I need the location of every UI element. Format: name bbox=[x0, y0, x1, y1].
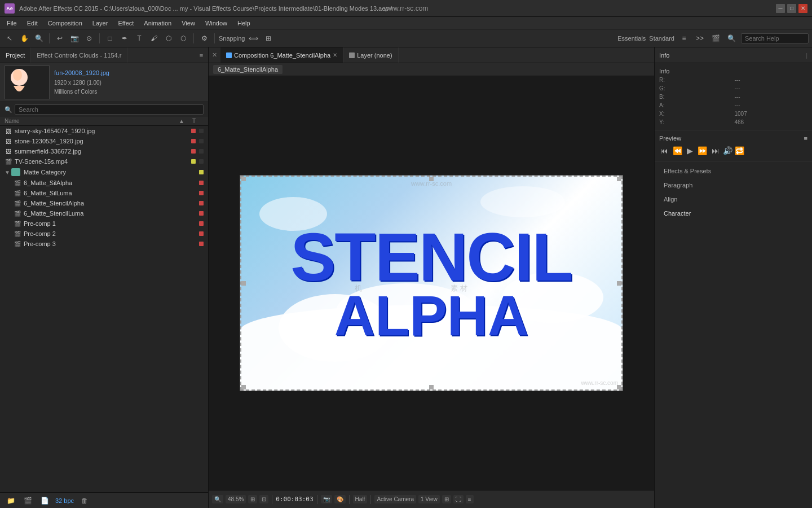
prev-audio-btn[interactable]: 🔊 bbox=[723, 146, 732, 155]
comp-tab-active[interactable]: Composition 6_Matte_StencilAlpha ✕ bbox=[220, 47, 343, 63]
select-tool[interactable]: ↖ bbox=[3, 32, 16, 45]
menu-item-layer[interactable]: Layer bbox=[88, 19, 113, 28]
search-toggle[interactable]: 🔍 bbox=[725, 32, 738, 45]
new-folder-btn[interactable]: 📁 bbox=[5, 494, 17, 507]
folder-row-matte[interactable]: ▼ Matte Category bbox=[0, 167, 208, 178]
folder-item-color-5 bbox=[199, 221, 204, 226]
menu-item-composition[interactable]: Composition bbox=[43, 19, 87, 28]
viewer-snapshot[interactable]: 📷 bbox=[321, 495, 332, 503]
list-item[interactable]: 🎬 6_Matte_SilLuma bbox=[0, 188, 208, 198]
new-comp-btn[interactable]: 🎬 bbox=[21, 494, 34, 507]
vb-sep-1 bbox=[272, 495, 272, 504]
comp-tab-close-all[interactable]: ✕ bbox=[209, 51, 220, 59]
viewer-view[interactable]: 1 View bbox=[418, 495, 440, 503]
standard-label[interactable]: Standard bbox=[649, 35, 674, 42]
menu-item-file[interactable]: File bbox=[2, 19, 21, 28]
panel-row-paragraph[interactable]: Paragraph bbox=[657, 178, 810, 192]
menu-item-help[interactable]: Help bbox=[233, 19, 255, 28]
workspace-menu[interactable]: ≡ bbox=[678, 32, 690, 45]
viewer-expand[interactable]: ⊞ bbox=[442, 495, 451, 503]
preview-menu-icon[interactable]: ≡ bbox=[804, 135, 807, 142]
prev-play-btn[interactable]: ▶ bbox=[686, 145, 694, 156]
app-title: Adobe After Effects CC 2015 - C:\Users\z… bbox=[19, 5, 393, 12]
list-item[interactable]: 🎬 Pre-comp 3 bbox=[0, 239, 208, 249]
viewer-fit[interactable]: ⊞ bbox=[248, 495, 257, 503]
menu-item-effect[interactable]: Effect bbox=[113, 19, 138, 28]
list-item[interactable]: 🖼 starry-sky-1654074_1920.jpg bbox=[0, 126, 208, 136]
list-item[interactable]: 🎬 Pre-comp 2 bbox=[0, 229, 208, 239]
tab-project[interactable]: Project bbox=[0, 47, 31, 63]
comp-tab-layer[interactable]: Layer (none) bbox=[343, 47, 398, 63]
handle-tm[interactable] bbox=[429, 177, 434, 181]
col-name-label: Name bbox=[5, 118, 176, 124]
folder-item-2: 6_Matte_SilLuma bbox=[24, 190, 197, 196]
snapping-toggle[interactable]: ⟺ bbox=[248, 32, 260, 45]
project-search-input[interactable] bbox=[15, 104, 204, 115]
info-y-val: 466 bbox=[735, 119, 808, 125]
viewer-safe[interactable]: ⊡ bbox=[259, 495, 268, 503]
delete-btn[interactable]: 🗑 bbox=[78, 494, 91, 507]
eraser-tool[interactable]: ⬡ bbox=[177, 32, 189, 45]
viewer-color[interactable]: 🎨 bbox=[334, 495, 346, 503]
pen-tool[interactable]: ✒ bbox=[118, 32, 131, 45]
comp-name-button[interactable]: 6_Matte_StencilAlpha bbox=[213, 65, 283, 74]
text-tool[interactable]: T bbox=[133, 32, 145, 45]
panel-row-character[interactable]: Character bbox=[657, 207, 810, 220]
folder-item-color-2 bbox=[199, 191, 204, 195]
prev-back-btn[interactable]: ⏪ bbox=[672, 145, 683, 156]
stamp-tool[interactable]: ⬡ bbox=[162, 32, 175, 45]
list-item[interactable]: 🎬 Pre-comp 1 bbox=[0, 218, 208, 229]
panel-tab-menu[interactable]: ≡ bbox=[197, 51, 206, 60]
handle-ml[interactable] bbox=[241, 281, 246, 286]
rotate-tool[interactable]: ↩ bbox=[54, 32, 66, 45]
close-button[interactable]: ✕ bbox=[798, 4, 807, 13]
cloud-5 bbox=[480, 186, 565, 217]
panel-row-align[interactable]: Align bbox=[657, 192, 810, 206]
expand-workspaces[interactable]: >> bbox=[694, 32, 706, 45]
menu-item-window[interactable]: Window bbox=[201, 19, 232, 28]
zoom-tool[interactable]: 🔍 bbox=[33, 32, 45, 45]
prev-last-btn[interactable]: ⏭ bbox=[710, 145, 721, 156]
prev-loop-btn[interactable]: 🔁 bbox=[735, 146, 744, 155]
right-tab-info[interactable]: Info bbox=[659, 52, 669, 59]
prev-first-btn[interactable]: ⏮ bbox=[659, 145, 669, 156]
viewer-toggle[interactable]: 🎬 bbox=[709, 32, 722, 45]
menu-item-edit[interactable]: Edit bbox=[23, 19, 42, 28]
file-icon-3: 🖼 bbox=[5, 147, 12, 155]
minimize-button[interactable]: ─ bbox=[776, 4, 785, 13]
menu-item-animation[interactable]: Animation bbox=[139, 19, 176, 28]
list-item[interactable]: 🎬 6_Matte_SilAlpha bbox=[0, 178, 208, 188]
maximize-button[interactable]: □ bbox=[787, 4, 796, 13]
panel-row-effects[interactable]: Effects & Presets bbox=[657, 164, 810, 178]
viewer-quality[interactable]: Half bbox=[353, 495, 368, 503]
orbit-tool[interactable]: ⊙ bbox=[83, 32, 95, 45]
menu-item-view[interactable]: View bbox=[177, 19, 200, 28]
handle-mr[interactable] bbox=[617, 281, 621, 286]
snapping-options[interactable]: ⊞ bbox=[262, 32, 275, 45]
file-icon-1: 🖼 bbox=[5, 127, 12, 135]
brush-tool[interactable]: 🖌 bbox=[148, 32, 160, 45]
file-color-4 bbox=[191, 159, 196, 164]
puppet-tool[interactable]: ⚙ bbox=[198, 32, 210, 45]
viewer-camera[interactable]: Active Camera bbox=[374, 495, 416, 503]
search-input[interactable] bbox=[741, 33, 809, 43]
hand-tool[interactable]: ✋ bbox=[18, 32, 30, 45]
new-item-btn[interactable]: 📄 bbox=[38, 494, 51, 507]
handle-tl[interactable] bbox=[241, 177, 246, 181]
search-bar: 🔍 bbox=[0, 102, 208, 117]
list-item[interactable]: 🎬 6_Matte_StencilAlpha bbox=[0, 198, 208, 208]
list-item[interactable]: 🎬 TV-Scene-15s.mp4 bbox=[0, 156, 208, 167]
comp-tab-close-1[interactable]: ✕ bbox=[333, 52, 337, 58]
prev-fwd-btn[interactable]: ⏩ bbox=[696, 145, 708, 156]
viewer-zoom-value[interactable]: 48.5% bbox=[226, 495, 246, 503]
mask-tool[interactable]: □ bbox=[104, 32, 116, 45]
list-item[interactable]: 🖼 summerfield-336672.jpg bbox=[0, 146, 208, 156]
tab-effect-controls[interactable]: Effect Controls Clouds - 1154.r bbox=[31, 47, 127, 63]
viewer-options[interactable]: ≡ bbox=[466, 495, 474, 503]
handle-tr[interactable] bbox=[617, 177, 621, 181]
viewer-full[interactable]: ⛶ bbox=[453, 495, 464, 503]
list-item[interactable]: 🖼 stone-1230534_1920.jpg bbox=[0, 136, 208, 146]
camera-tool[interactable]: 📷 bbox=[68, 32, 81, 45]
list-item[interactable]: 🎬 6_Matte_StencilLuma bbox=[0, 208, 208, 218]
viewer-zoom-out[interactable]: 🔍 bbox=[212, 495, 223, 503]
